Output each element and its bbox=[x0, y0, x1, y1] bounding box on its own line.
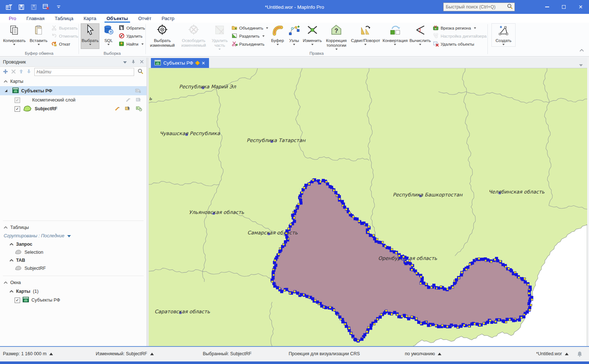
maps-section-row[interactable]: Карты bbox=[0, 77, 147, 86]
save-workspace-icon[interactable] bbox=[18, 3, 25, 11]
close-table-icon[interactable] bbox=[42, 3, 50, 11]
subjectrf-table-row[interactable]: SubjectRF bbox=[0, 265, 147, 272]
buffer-icon bbox=[271, 24, 284, 38]
tab-pro[interactable]: Pro bbox=[4, 14, 21, 23]
tab-table[interactable]: Таблица bbox=[50, 14, 79, 23]
collapse-chevron-icon[interactable] bbox=[4, 280, 8, 285]
modify-button[interactable]: Изменить bbox=[302, 23, 322, 47]
windows-section-row[interactable]: Окна bbox=[0, 278, 147, 287]
close-button[interactable]: ✕ bbox=[572, 0, 589, 14]
create-button[interactable]: Создать bbox=[491, 23, 516, 47]
convert-button[interactable]: Конвертация bbox=[381, 23, 409, 47]
edit-layer-icon[interactable] bbox=[125, 97, 131, 104]
invert-selection-button[interactable]: Обратить bbox=[119, 24, 145, 32]
status-zoom[interactable]: Размер: 1 160 000 m bbox=[3, 351, 53, 356]
explorer-menu-icon[interactable] bbox=[123, 60, 127, 65]
notifications-bell-icon[interactable] bbox=[577, 351, 582, 357]
labels-layer-icon[interactable] bbox=[136, 106, 142, 112]
split-button[interactable]: Разделить bbox=[232, 32, 269, 40]
windows-map-checkbox[interactable]: ✓ bbox=[15, 298, 20, 303]
unselect-all-button[interactable]: Удалить bbox=[119, 32, 145, 40]
set-target-button[interactable]: Выбрать изменяемый bbox=[148, 23, 177, 48]
cosmetic-layer-row[interactable]: ✓ Косметический слой bbox=[0, 96, 147, 104]
explorer-find-box[interactable] bbox=[34, 68, 134, 76]
select-button[interactable]: Выбрать bbox=[81, 23, 99, 49]
sql-button[interactable]: ✳ SQL bbox=[100, 23, 117, 47]
labels-disabled-icon[interactable] bbox=[135, 88, 141, 94]
delete-objects-button[interactable]: Удалить объекты bbox=[433, 40, 487, 48]
pin-icon[interactable] bbox=[131, 60, 136, 65]
open-table-icon[interactable] bbox=[5, 3, 12, 11]
status-zoom-caret-icon[interactable] bbox=[49, 353, 53, 355]
windows-map-item-row[interactable]: ✓ Субъекты РФ bbox=[0, 296, 147, 304]
quick-search-box[interactable] bbox=[443, 3, 515, 11]
redo-button[interactable]: Откат bbox=[51, 40, 78, 48]
status-editable-caret-icon[interactable] bbox=[150, 353, 154, 355]
close-panel-icon[interactable] bbox=[140, 60, 144, 65]
tab-group-row[interactable]: TAB bbox=[0, 256, 147, 265]
clip-region-icon bbox=[433, 25, 439, 31]
selectable-layer-active-icon[interactable] bbox=[125, 106, 131, 112]
dropdown-caret bbox=[38, 44, 40, 46]
topology-button[interactable]: ? Коррекция топологии bbox=[323, 23, 350, 51]
buffer-button[interactable]: Буфер bbox=[269, 23, 286, 47]
modify-label: Изменить bbox=[303, 38, 322, 43]
grouping-dropdown-icon[interactable] bbox=[67, 235, 71, 239]
status-style[interactable]: по умолчанию bbox=[405, 351, 441, 356]
collapse-chevron-icon[interactable] bbox=[4, 225, 8, 230]
search-icon[interactable] bbox=[507, 3, 514, 11]
find-button[interactable]: Найти bbox=[119, 40, 145, 48]
select-cursor-icon bbox=[84, 24, 96, 38]
calculate-button[interactable]: Вычислить bbox=[410, 23, 431, 47]
status-selected[interactable]: Выбранный: SubjectRF bbox=[203, 351, 251, 356]
offset-rotate-button[interactable]: Сдвиг/Поворот bbox=[350, 23, 381, 47]
explorer-find-input[interactable] bbox=[37, 69, 132, 74]
tab-home[interactable]: Главная bbox=[21, 14, 49, 23]
windows-maps-row[interactable]: Карты (1) bbox=[0, 287, 147, 296]
tab-raster[interactable]: Растр bbox=[156, 14, 179, 23]
status-editable[interactable]: Изменяемый: SubjectRF bbox=[96, 351, 154, 356]
subjectrf-layer-row[interactable]: ✓ SubjectRF bbox=[0, 104, 147, 113]
nodes-button[interactable]: Узлы bbox=[286, 23, 301, 47]
dropdown-caret bbox=[335, 49, 338, 51]
explorer-search-icon[interactable] bbox=[137, 68, 144, 76]
edit-layer-active-icon[interactable] bbox=[114, 106, 120, 112]
collapse-chevron-icon[interactable] bbox=[10, 242, 14, 247]
cosmetic-layer-checkbox[interactable]: ✓ bbox=[15, 97, 20, 103]
map-tree-item[interactable]: Субъекты РФ bbox=[0, 86, 147, 95]
map-tab[interactable]: Субъекты РФ ✕ bbox=[151, 58, 209, 68]
maximize-button[interactable] bbox=[555, 0, 572, 14]
tab-report[interactable]: Отчёт bbox=[133, 14, 156, 23]
minimize-button[interactable] bbox=[539, 0, 555, 14]
status-workspace-caret-icon[interactable] bbox=[565, 353, 569, 355]
collapse-chevron-icon[interactable] bbox=[4, 79, 8, 84]
selection-table-row[interactable]: Selection bbox=[0, 249, 147, 256]
convert-icon bbox=[389, 24, 401, 38]
disaggregate-button[interactable]: Разъединить bbox=[232, 40, 269, 48]
close-tab-icon[interactable]: ✕ bbox=[202, 61, 205, 66]
combine-button[interactable]: Объединить bbox=[232, 24, 269, 32]
tables-section-row[interactable]: Таблицы bbox=[0, 223, 147, 232]
status-projection[interactable]: Проекция для визуализации CRS bbox=[289, 351, 360, 356]
qat-customize-icon[interactable] bbox=[55, 3, 62, 11]
collapse-chevron-icon[interactable] bbox=[10, 258, 14, 263]
paste-button[interactable]: Вставить bbox=[28, 23, 49, 47]
copy-button[interactable]: Копировать bbox=[2, 23, 27, 47]
tables-grouping[interactable]: Сгруппированы : Последние bbox=[0, 232, 147, 240]
status-workspace[interactable]: *Untitled.wor bbox=[536, 351, 569, 356]
tab-objects[interactable]: Объекты bbox=[102, 14, 133, 23]
map-canvas[interactable]: Республика Марий ЭльЧувашская Республика… bbox=[149, 68, 587, 346]
subjectrf-layer-checkbox[interactable]: ✓ bbox=[15, 106, 20, 112]
add-icon[interactable] bbox=[3, 69, 8, 75]
collapse-chevron-icon[interactable] bbox=[10, 289, 14, 294]
map-region-label: ь bbox=[149, 95, 152, 101]
expand-triangle-icon[interactable] bbox=[4, 88, 8, 93]
clip-region-button[interactable]: Врезка региона bbox=[433, 24, 487, 32]
window-list-dropdown-icon[interactable] bbox=[579, 61, 583, 68]
quick-search-input[interactable] bbox=[444, 4, 507, 9]
selectable-layer-icon[interactable] bbox=[136, 97, 142, 103]
collapse-ribbon-icon[interactable] bbox=[580, 47, 584, 53]
status-style-caret-icon[interactable] bbox=[438, 353, 441, 355]
query-group-row[interactable]: Запрос bbox=[0, 240, 147, 249]
tab-map[interactable]: Карта bbox=[79, 14, 102, 23]
